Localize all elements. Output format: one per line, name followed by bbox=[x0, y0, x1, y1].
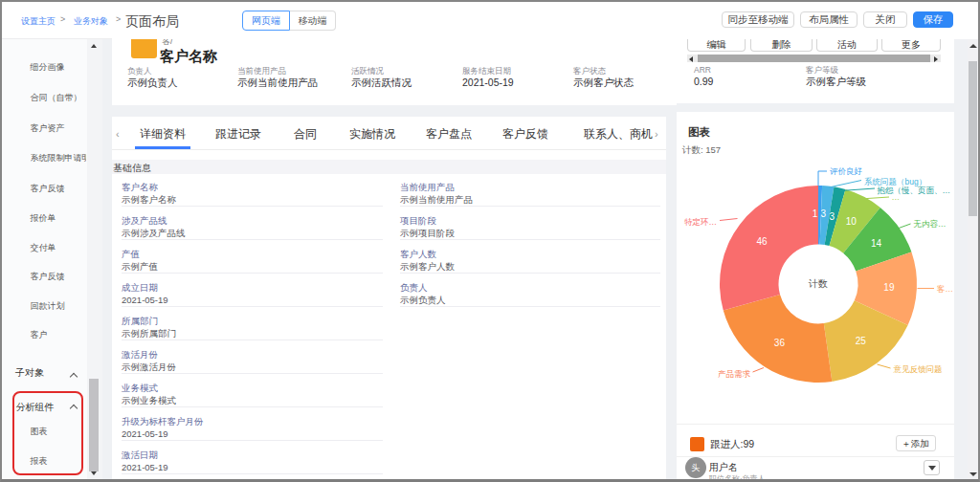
svg-text:特定环…: 特定环… bbox=[684, 217, 717, 227]
svg-text:25: 25 bbox=[856, 336, 867, 346]
svg-text:14: 14 bbox=[871, 238, 882, 249]
svg-text:19: 19 bbox=[883, 282, 895, 293]
svg-text:抱怨（慢、页面、…: 抱怨（慢、页面、… bbox=[877, 186, 951, 195]
svg-text:1: 1 bbox=[813, 208, 818, 219]
svg-text:3: 3 bbox=[821, 208, 827, 219]
svg-text:36: 36 bbox=[774, 338, 786, 348]
svg-text:评价良好: 评价良好 bbox=[829, 166, 862, 176]
svg-text:46: 46 bbox=[757, 236, 768, 247]
svg-text:无内容…: 无内容… bbox=[914, 219, 947, 229]
svg-text:3: 3 bbox=[829, 211, 835, 222]
svg-text:产品需求: 产品需求 bbox=[718, 369, 751, 379]
svg-text:…: … bbox=[892, 192, 901, 202]
svg-text:客…: 客… bbox=[937, 284, 953, 294]
svg-text:10: 10 bbox=[846, 216, 858, 227]
svg-text:计数: 计数 bbox=[808, 278, 828, 289]
svg-text:意见反馈问题: 意见反馈问题 bbox=[893, 364, 943, 374]
